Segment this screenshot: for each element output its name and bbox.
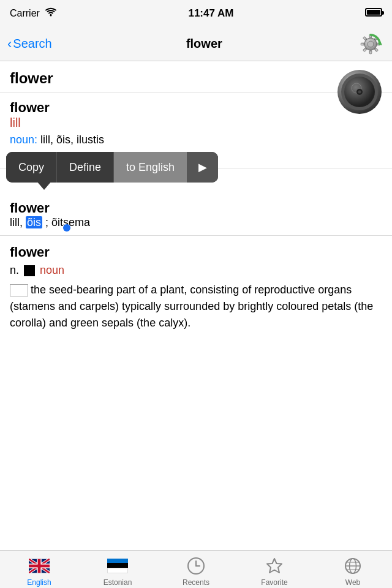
def-text: the seed-bearing part of a plant, consis… xyxy=(10,282,382,331)
svg-point-2 xyxy=(368,41,374,47)
wifi-icon xyxy=(45,7,57,20)
pos-n: n. xyxy=(10,264,19,277)
english-flag-icon xyxy=(29,556,50,576)
svg-point-0 xyxy=(50,15,51,17)
sel-text-before: lill, xyxy=(10,216,26,228)
tab-estonian[interactable]: Estonian xyxy=(78,551,157,588)
speaker-button[interactable] xyxy=(332,64,387,119)
nav-bar: ‹ Search flower xyxy=(0,27,392,61)
def-text-content: the seed-bearing part of a plant, consis… xyxy=(10,284,373,329)
def-pos-line: n. noun xyxy=(10,264,382,277)
estonian-flag-icon xyxy=(107,556,128,576)
nav-title: flower xyxy=(186,37,222,51)
def-box-icon xyxy=(10,284,28,296)
main-word: flower xyxy=(10,70,53,87)
tab-web[interactable]: Web xyxy=(314,551,392,588)
tab-bar: English Estonian Recents xyxy=(0,550,392,588)
gear-icon xyxy=(356,30,385,58)
def-word: flower xyxy=(10,244,382,260)
definition-block: flower n. noun the seed-bearing part of … xyxy=(0,236,392,337)
cursor-dot xyxy=(63,224,70,232)
tab-recents-label: Recents xyxy=(183,578,209,587)
content-area: flower flower lill noun: lill, õis, ilus… xyxy=(0,61,392,550)
svg-rect-9 xyxy=(361,43,364,45)
define-button[interactable]: Define xyxy=(57,152,114,183)
back-button[interactable]: ‹ Search xyxy=(7,36,52,52)
status-left: Carrier xyxy=(10,7,57,20)
noun-value: lill, õis, ilustis xyxy=(37,134,104,146)
carrier-label: Carrier xyxy=(10,8,40,19)
clock-icon xyxy=(186,556,206,576)
tab-estonian-label: Estonian xyxy=(104,578,132,587)
tab-favorite-label: Favorite xyxy=(261,578,287,587)
svg-rect-26 xyxy=(29,565,50,568)
tab-favorite[interactable]: Favorite xyxy=(235,551,314,588)
globe-icon xyxy=(342,556,363,576)
trans-word: flower xyxy=(10,100,382,116)
back-label: Search xyxy=(13,37,51,51)
svg-marker-30 xyxy=(267,559,282,573)
back-chevron-icon: ‹ xyxy=(7,36,12,52)
tab-english[interactable]: English xyxy=(0,551,78,588)
copy-button[interactable]: Copy xyxy=(6,152,57,183)
svg-rect-7 xyxy=(369,50,372,54)
pos-noun: noun xyxy=(40,264,64,277)
battery-icon xyxy=(365,8,382,19)
star-icon xyxy=(264,556,285,576)
tab-english-label: English xyxy=(27,578,51,587)
tab-recents[interactable]: Recents xyxy=(157,551,235,588)
context-menu: Copy Define to English ▶ xyxy=(6,152,218,183)
context-menu-inner: Copy Define to English ▶ xyxy=(6,152,218,183)
trans-alt-word: lill xyxy=(10,116,382,130)
tab-web-label: Web xyxy=(345,578,360,587)
to-english-button[interactable]: to English xyxy=(114,152,187,183)
speaker-icon xyxy=(334,66,385,116)
play-button[interactable]: ▶ xyxy=(187,152,218,183)
noun-label: noun: xyxy=(10,134,37,146)
square-icon xyxy=(24,265,35,276)
settings-button[interactable] xyxy=(356,30,385,58)
sel-text-highlighted: õis xyxy=(26,216,42,228)
selected-word: flower xyxy=(10,200,382,216)
svg-point-17 xyxy=(358,91,361,94)
status-bar: Carrier 11:47 AM xyxy=(0,0,392,27)
status-time: 11:47 AM xyxy=(188,7,233,20)
noun-line: noun: lill, õis, ilustis xyxy=(10,134,382,146)
